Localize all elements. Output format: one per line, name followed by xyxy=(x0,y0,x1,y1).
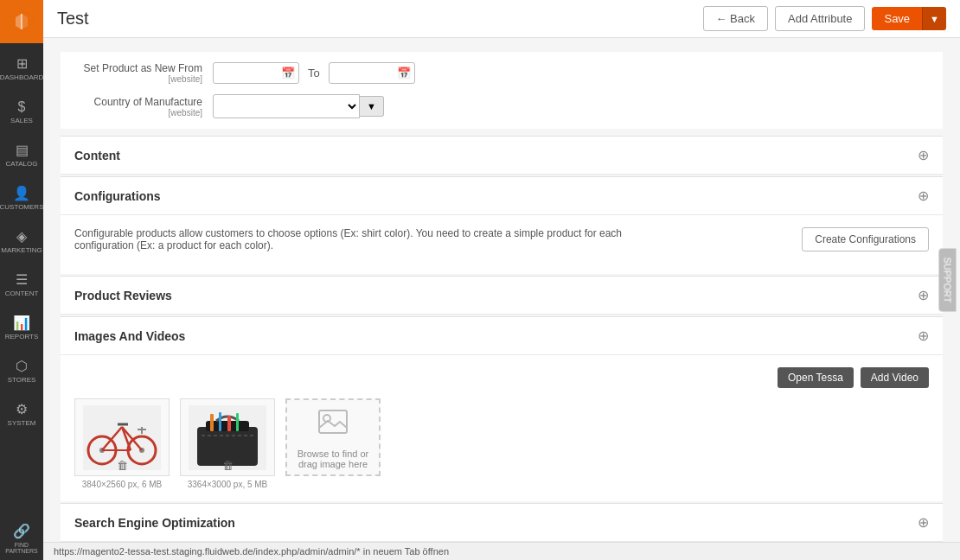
sidebar-item-customers[interactable]: 👤 CUSTOMERS xyxy=(0,176,43,220)
image-thumb-2[interactable]: 🗑 xyxy=(180,398,275,476)
country-select-wrap: ▼ xyxy=(213,94,384,118)
content-section-title: Content xyxy=(74,149,120,162)
customers-icon: 👤 xyxy=(13,185,30,201)
seo-section-header[interactable]: Search Engine Optimization ⊕ xyxy=(61,504,943,542)
open-tessa-button[interactable]: Open Tessa xyxy=(778,367,854,388)
product-form-section: Set Product as New From [website] 📅 To 📅… xyxy=(61,52,943,129)
stores-icon: ⬡ xyxy=(16,358,28,374)
images-videos-section-title: Images And Videos xyxy=(74,329,185,343)
country-row: Country of Manufacture [website] ▼ xyxy=(74,94,929,118)
configurations-section: Configurations ⊕ Configurable products a… xyxy=(61,176,943,274)
calendar-to-icon: 📅 xyxy=(397,67,411,80)
placeholder-text: Browse to find ordrag image here xyxy=(298,449,369,469)
sidebar-item-reports[interactable]: 📊 REPORTS xyxy=(0,306,43,349)
content-icon: ☰ xyxy=(16,271,28,288)
date-from-field[interactable] xyxy=(219,67,281,80)
main-content: Test ← Back Add Attribute Save ▼ Set Pro… xyxy=(43,0,960,560)
product-reviews-section-header[interactable]: Product Reviews ⊕ xyxy=(61,277,943,315)
configurations-section-header[interactable]: Configurations ⊕ xyxy=(61,177,943,215)
sidebar-item-label: MARKETING xyxy=(1,247,42,254)
status-bar-text: https://magento2-tessa-test.staging.flui… xyxy=(54,546,449,557)
set-product-row: Set Product as New From [website] 📅 To 📅 xyxy=(74,62,929,84)
content-section-header[interactable]: Content ⊕ xyxy=(61,137,943,175)
content-area: Set Product as New From [website] 📅 To 📅… xyxy=(43,38,960,542)
sidebar: ⊞ DASHBOARD $ SALES ▤ CATALOG 👤 CUSTOMER… xyxy=(0,0,43,560)
product-reviews-toggle-icon: ⊕ xyxy=(918,287,929,303)
dashboard-icon: ⊞ xyxy=(16,55,28,72)
placeholder-icon xyxy=(317,406,349,443)
svg-rect-21 xyxy=(227,416,231,431)
country-select-btn[interactable]: ▼ xyxy=(360,96,384,117)
sidebar-item-label: DASHBOARD xyxy=(0,74,43,81)
sidebar-item-catalog[interactable]: ▤ CATALOG xyxy=(0,133,43,176)
calendar-from-icon: 📅 xyxy=(281,67,295,80)
create-configurations-button[interactable]: Create Configurations xyxy=(802,227,929,251)
product-reviews-section-title: Product Reviews xyxy=(74,289,172,302)
content-toggle-icon: ⊕ xyxy=(918,147,929,163)
marketing-icon: ◈ xyxy=(16,228,27,245)
sidebar-item-label: CONTENT xyxy=(5,290,39,297)
image-delete-icon-1[interactable]: 🗑 xyxy=(117,459,128,472)
svg-rect-20 xyxy=(219,412,221,431)
sidebar-item-label: STORES xyxy=(8,377,36,384)
status-bar: https://magento2-tessa-test.staging.flui… xyxy=(43,542,960,560)
image-item-1: 🗑 3840×2560 px, 6 MB xyxy=(74,398,170,489)
sidebar-logo[interactable] xyxy=(0,0,43,43)
page-title: Test xyxy=(57,9,89,29)
sidebar-item-stores[interactable]: ⬡ STORES xyxy=(0,349,43,392)
images-videos-toggle-icon: ⊕ xyxy=(918,328,929,344)
catalog-icon: ▤ xyxy=(16,142,29,158)
country-label: Country of Manufacture [website] xyxy=(74,96,213,118)
svg-rect-22 xyxy=(236,413,239,431)
header: Test ← Back Add Attribute Save ▼ xyxy=(43,0,960,38)
images-videos-section-header[interactable]: Images And Videos ⊕ xyxy=(61,317,943,355)
header-actions: ← Back Add Attribute Save ▼ xyxy=(703,6,947,31)
system-icon: ⚙ xyxy=(16,401,28,417)
sidebar-item-dashboard[interactable]: ⊞ DASHBOARD xyxy=(0,47,43,90)
image-placeholder[interactable]: Browse to find ordrag image here xyxy=(285,398,381,476)
images-actions: Open Tessa Add Video xyxy=(74,367,929,388)
add-attribute-button[interactable]: Add Attribute xyxy=(775,6,865,31)
support-label: SUPPORT xyxy=(943,258,953,303)
date-from-input[interactable]: 📅 xyxy=(213,62,299,84)
save-dropdown-button[interactable]: ▼ xyxy=(922,7,946,30)
product-reviews-section: Product Reviews ⊕ xyxy=(61,276,943,315)
sidebar-item-label: CUSTOMERS xyxy=(0,204,43,211)
date-to-input[interactable]: 📅 xyxy=(329,62,415,84)
configurations-toggle-icon: ⊕ xyxy=(918,188,929,204)
configurations-section-title: Configurations xyxy=(74,189,161,203)
back-button[interactable]: ← Back xyxy=(703,6,769,31)
image-delete-icon-2[interactable]: 🗑 xyxy=(222,459,234,472)
image-item-2: 🗑 3364×3000 px, 5 MB xyxy=(180,398,275,489)
save-button-group: Save ▼ xyxy=(872,7,946,30)
configurations-description: Configurable products allow customers to… xyxy=(74,227,680,251)
set-product-label: Set Product as New From [website] xyxy=(74,62,213,84)
sidebar-item-partners[interactable]: 🔗 FIND PARTNERS xyxy=(0,517,43,560)
sidebar-item-sales[interactable]: $ SALES xyxy=(0,90,43,133)
sidebar-item-label: REPORTS xyxy=(5,334,39,340)
seo-section: Search Engine Optimization ⊕ xyxy=(61,503,943,542)
images-videos-content: Open Tessa Add Video xyxy=(61,355,943,501)
image-item-3: Browse to find ordrag image here xyxy=(285,398,381,489)
sidebar-item-label: FIND PARTNERS xyxy=(0,542,43,554)
svg-rect-24 xyxy=(319,410,347,433)
placeholder-svg xyxy=(317,406,349,437)
image-meta-2: 3364×3000 px, 5 MB xyxy=(188,480,268,489)
date-to-field[interactable] xyxy=(335,67,397,80)
partners-icon: 🔗 xyxy=(13,523,30,539)
sidebar-item-system[interactable]: ⚙ SYSTEM xyxy=(0,392,43,436)
add-video-button[interactable]: Add Video xyxy=(861,367,929,388)
support-tab[interactable]: SUPPORT xyxy=(939,249,957,312)
image-thumb-1[interactable]: 🗑 xyxy=(74,398,170,476)
seo-section-title: Search Engine Optimization xyxy=(74,516,235,530)
reports-icon: 📊 xyxy=(13,315,30,331)
to-label: To xyxy=(308,67,320,80)
country-select[interactable] xyxy=(213,94,360,118)
save-button[interactable]: Save xyxy=(872,7,922,30)
sidebar-item-label: CATALOG xyxy=(5,161,37,168)
sidebar-item-marketing[interactable]: ◈ MARKETING xyxy=(0,220,43,263)
sidebar-item-label: SALES xyxy=(10,118,33,124)
sidebar-item-content[interactable]: ☰ CONTENT xyxy=(0,263,43,306)
images-videos-section: Images And Videos ⊕ Open Tessa Add Video xyxy=(61,316,943,501)
image-meta-1: 3840×2560 px, 6 MB xyxy=(82,480,163,489)
